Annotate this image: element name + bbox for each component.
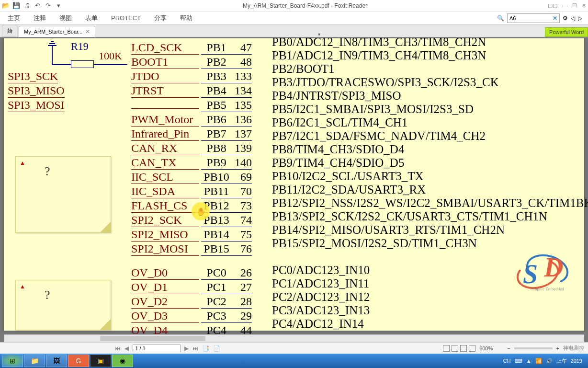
schematic-pin-row: PB5135	[131, 99, 252, 112]
tab-bar: 始 My_ARM_Starter_Boar... ✕ ▾ Powerful Wo…	[0, 25, 588, 37]
taskbar-start[interactable]: ⊞	[2, 355, 23, 367]
schematic-pin-row: BOOT1PB248	[131, 56, 252, 69]
datasheet-line: PB1/ADC12_IN9/TIM3_CH4/TIM8_CH3N	[272, 49, 588, 62]
save-icon[interactable]: 💾	[12, 2, 20, 10]
document-area[interactable]: R19 100K SPI3_SCKSPI3_MISOSPI3_MOSILCD_S…	[0, 37, 588, 342]
datasheet-text: PB0/ADC12_IN8/TIM3_CH3/TIM8_CH2NPB1/ADC1…	[272, 37, 588, 331]
datasheet-line: PC2/ADC123_IN12	[272, 290, 588, 304]
zoom-slider[interactable]	[514, 347, 553, 349]
open-icon[interactable]: 📂	[2, 2, 10, 10]
page-input[interactable]	[133, 345, 181, 352]
powerful-word-badge[interactable]: Powerful Word	[545, 27, 588, 37]
minimize-icon[interactable]: —	[562, 2, 567, 9]
taskbar-explorer[interactable]: 📁	[24, 355, 45, 367]
network-icon[interactable]: 📶	[535, 358, 542, 364]
redo-icon[interactable]: ↷	[44, 2, 52, 10]
status-right: 600% − + 神电测控	[443, 345, 584, 352]
search-icon[interactable]: 🔍	[497, 15, 504, 22]
search-input[interactable]	[509, 15, 543, 21]
note-text: ?	[45, 164, 50, 179]
last-page-icon[interactable]: ⏭	[192, 345, 198, 352]
taskbar-foxit[interactable]: G	[68, 355, 89, 367]
menu-view[interactable]: 视图	[57, 12, 74, 24]
gear-icon[interactable]: ⚙	[563, 15, 568, 22]
watermark-text: 神电测控	[563, 345, 584, 352]
undo-icon[interactable]: ↶	[34, 2, 41, 10]
schematic-pin-row: OV_D1PC127	[131, 281, 252, 294]
datasheet-line: PC0/ADC123_IN10	[272, 264, 588, 277]
schematic-pin-row: OV_D2PC228	[131, 295, 252, 309]
schematic-pin-row: JTDOPB3133	[131, 70, 252, 83]
next-icon[interactable]: ▷	[578, 15, 582, 22]
schematic-pin-row: CAN_TXPB9140	[131, 156, 252, 170]
schematic-pin-row: SPI2_SCKPB1374	[131, 214, 252, 227]
sticky-note-1[interactable]: ▲ ?	[15, 156, 111, 233]
schematic-pin-row: JTRSTPB4134	[131, 84, 252, 98]
dropdown-icon[interactable]: ▾	[55, 2, 62, 10]
search-box[interactable]: ✕	[507, 13, 560, 23]
datasheet-line: PB7/I2C1_SDA/FSMC_NADV/TIM4_CH2	[272, 129, 588, 143]
tab-close-icon[interactable]: ✕	[85, 28, 90, 35]
menu-form[interactable]: 表单	[83, 12, 100, 24]
tab-label: My_ARM_Starter_Boar...	[24, 29, 82, 34]
first-page-icon[interactable]: ⏮	[115, 345, 121, 352]
schematic-pin-row: SPI2_MISOPB1475	[131, 228, 252, 242]
datasheet-line: PC3/ADC123_IN13	[272, 304, 588, 317]
scrollbar-thumb[interactable]	[100, 336, 205, 341]
next-page-icon[interactable]: ▶	[184, 345, 189, 352]
tab-overflow-icon[interactable]: ▾	[318, 32, 323, 37]
schematic-pin-row: OV_D3PC329	[131, 310, 252, 323]
zoom-out-icon[interactable]: −	[507, 345, 510, 351]
datasheet-line: PC1/ADC123_IN11	[272, 277, 588, 290]
pdf-page[interactable]: R19 100K SPI3_SCKSPI3_MISOSPI3_MOSILCD_S…	[4, 38, 584, 331]
datasheet-line: PB3/JTDO/TRACESWO/SPI3_SCK/I2S3_CK	[272, 76, 588, 89]
windows-taskbar[interactable]: ⊞ 📁 🖼 G ▣ ◉ CH ⌨ ▲ 📶 🔊 上午 2019	[0, 354, 588, 368]
datasheet-line: PB10/I2C2_SCL/USART3_TX	[272, 170, 588, 183]
close-icon[interactable]: ✕	[582, 2, 586, 9]
prev-page-icon[interactable]: ◀	[124, 345, 129, 352]
note-marker-icon: ▲	[20, 283, 25, 290]
print-icon[interactable]: 🖨	[23, 2, 31, 10]
net-label: SPI3_SCK	[8, 70, 58, 83]
view-mode-icons[interactable]	[443, 345, 475, 352]
datasheet-line: PB9/TIM4_CH4/SDIO_D5	[272, 156, 588, 170]
menu-help[interactable]: 帮助	[178, 12, 194, 24]
maximize-icon[interactable]: ☐	[572, 2, 577, 9]
page-nav: ⏮ ◀ ▶ ⏭ 📑 📄	[115, 345, 220, 352]
tray-up-icon[interactable]: ▲	[526, 358, 531, 364]
nav-tool2-icon[interactable]: 📄	[213, 345, 220, 352]
clock-date[interactable]: 2019	[571, 358, 582, 364]
clock-time[interactable]: 上午	[556, 357, 567, 365]
window-controls: ▢▢ — ☐ ✕	[548, 2, 586, 9]
menu-annotate[interactable]: 注释	[32, 12, 48, 24]
sticky-note-2[interactable]: ▲ ?	[15, 280, 111, 330]
taskbar-app1[interactable]: ▣	[90, 355, 111, 367]
ribbon-min-icon[interactable]: ▢▢	[548, 2, 557, 9]
nav-tool-icon[interactable]: 📑	[202, 345, 209, 352]
taskbar-photos[interactable]: 🖼	[46, 355, 67, 367]
quick-access-toolbar: 📂 💾 🖨 ↶ ↷ ▾	[2, 2, 62, 10]
horizontal-scrollbar[interactable]	[4, 334, 584, 342]
zoom-level[interactable]: 600%	[479, 345, 503, 351]
menu-protect[interactable]: PROTECT	[109, 12, 143, 23]
lang-indicator[interactable]: CH	[503, 358, 511, 364]
taskbar-app2[interactable]: ◉	[112, 355, 133, 367]
menu-share[interactable]: 分享	[152, 12, 169, 24]
tab-start[interactable]: 始	[2, 25, 18, 37]
volume-icon[interactable]: 🔊	[546, 358, 553, 364]
ime-icon[interactable]: ⌨	[515, 358, 522, 364]
prev-icon[interactable]: ◁	[571, 15, 575, 22]
datasheet-line: PB4/JNTRST/SPI3_MISO	[272, 89, 588, 103]
tab-document[interactable]: My_ARM_Starter_Boar... ✕	[19, 26, 95, 37]
datasheet-line: PB0/ADC12_IN8/TIM3_CH3/TIM8_CH2N	[272, 37, 588, 49]
clear-search-icon[interactable]: ✕	[553, 15, 557, 22]
datasheet-line	[272, 250, 588, 264]
title-bar: 📂 💾 🖨 ↶ ↷ ▾ My_ARM_Starter_Board-F4xx.pd…	[0, 0, 588, 12]
menu-home[interactable]: 主页	[6, 12, 22, 24]
schematic-pin-row: IIC_SCLPB1069	[131, 171, 252, 184]
status-bar: ⏮ ◀ ▶ ⏭ 📑 📄 600% − + 神电测控	[0, 342, 588, 354]
note-text: ?	[45, 288, 50, 302]
system-tray[interactable]: CH ⌨ ▲ 📶 🔊 上午 2019	[503, 357, 586, 365]
zoom-in-icon[interactable]: +	[556, 345, 559, 351]
datasheet-line: PB5/I2C1_SMBAI/SPI3_MOSI/I2S3_SD	[272, 103, 588, 116]
